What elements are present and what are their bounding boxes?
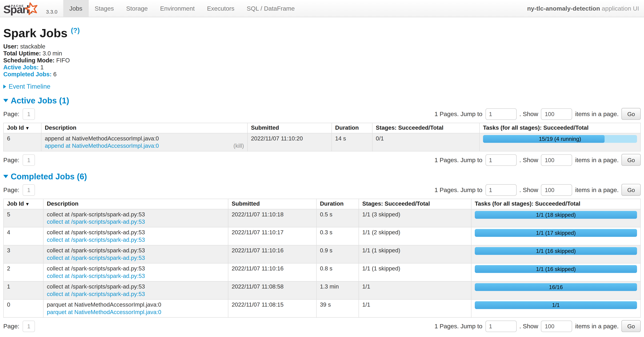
- tab-storage[interactable]: Storage: [120, 0, 154, 17]
- page-number-button[interactable]: 1: [22, 321, 35, 332]
- jump-to-input[interactable]: [485, 154, 516, 166]
- jump-to-input[interactable]: [485, 184, 516, 196]
- spark-logo[interactable]: APACHE Spark: [0, 0, 45, 17]
- show-text: . Show: [519, 187, 538, 193]
- col-submitted[interactable]: Submitted: [248, 123, 332, 133]
- completed-job-row: 0parquet at NativeMethodAccessorImpl.jav…: [4, 299, 640, 317]
- tab-jobs[interactable]: Jobs: [63, 0, 88, 17]
- page-title-text: Spark Jobs: [3, 26, 68, 40]
- task-progress-label: 1/1 (18 skipped): [475, 211, 637, 219]
- col-description[interactable]: Description: [41, 123, 248, 133]
- tab-stages[interactable]: Stages: [88, 0, 120, 17]
- col-job-id[interactable]: Job Id▼: [4, 199, 43, 209]
- col-duration[interactable]: Duration: [332, 123, 372, 133]
- jump-to-input[interactable]: [485, 108, 516, 120]
- description-cell: collect at /spark-scripts/spark-ad.py:53…: [43, 281, 228, 299]
- tab-executors[interactable]: Executors: [201, 0, 240, 17]
- show-items-input[interactable]: [541, 108, 572, 120]
- job-detail-link[interactable]: parquet at NativeMethodAccessorImpl.java…: [47, 308, 161, 316]
- description-cell: parquet at NativeMethodAccessorImpl.java…: [43, 299, 228, 317]
- navbar: APACHE Spark 3.3.0 Jobs Stages Storage E…: [0, 0, 644, 17]
- collapse-closed-icon: [3, 84, 6, 89]
- kill-link[interactable]: (kill): [234, 142, 244, 150]
- help-link[interactable]: (?): [71, 27, 80, 34]
- job-detail-link[interactable]: collect at /spark-scripts/spark-ad.py:53: [47, 290, 145, 298]
- completed-jobs-link[interactable]: Completed Jobs:: [3, 71, 52, 77]
- active-jobs-link[interactable]: Active Jobs:: [3, 64, 39, 70]
- col-duration[interactable]: Duration: [316, 199, 359, 209]
- completed-jobs-section-header[interactable]: Completed Jobs (6): [3, 172, 641, 181]
- completed-job-row: 2collect at /spark-scripts/spark-ad.py:5…: [4, 263, 640, 281]
- nav-tabs: Jobs Stages Storage Environment Executor…: [63, 0, 301, 17]
- pages-text: 1 Pages. Jump to: [434, 323, 482, 330]
- go-button[interactable]: Go: [622, 154, 641, 166]
- app-name: ny-tlc-anomaly-detection: [527, 5, 600, 12]
- active-jobs-section-header[interactable]: Active Jobs (1): [3, 96, 641, 105]
- stages-cell: 1/1 (3 skipped): [359, 209, 471, 227]
- duration-cell: 14 s: [332, 133, 372, 151]
- summary-list: User: stackable Total Uptime: 3.0 min Sc…: [3, 43, 641, 78]
- submitted-cell: 2022/11/07 11:10:18: [228, 209, 316, 227]
- duration-cell: 0.9 s: [316, 245, 359, 263]
- stages-cell: 1/1 (1 skipped): [359, 263, 471, 281]
- event-timeline-toggle[interactable]: Event Timeline: [3, 83, 641, 90]
- job-id-cell: 0: [4, 299, 43, 317]
- show-items-input[interactable]: [541, 154, 572, 166]
- job-detail-link[interactable]: append at NativeMethodAccessorImpl.java:…: [45, 142, 159, 150]
- tab-environment[interactable]: Environment: [154, 0, 201, 17]
- job-call-site: collect at /spark-scripts/spark-ad.py:53: [47, 229, 225, 236]
- show-items-input[interactable]: [541, 321, 572, 332]
- job-id-cell: 1: [4, 281, 43, 299]
- page-number-button[interactable]: 1: [22, 154, 35, 166]
- page-number-button[interactable]: 1: [22, 108, 35, 120]
- job-detail-link[interactable]: collect at /spark-scripts/spark-ad.py:53: [47, 218, 145, 226]
- stages-cell: 1/1: [359, 299, 471, 317]
- summary-user: User: stackable: [3, 43, 641, 50]
- pages-text: 1 Pages. Jump to: [434, 187, 482, 193]
- col-stages[interactable]: Stages: Succeeded/Total: [359, 199, 471, 209]
- page-label: Page:: [3, 187, 20, 193]
- job-detail-link[interactable]: collect at /spark-scripts/spark-ad.py:53: [47, 254, 145, 262]
- task-progress-bar: 1/1 (16 skipped): [475, 247, 637, 255]
- active-jobs-title: Active Jobs (1): [10, 96, 69, 105]
- submitted-cell: 2022/11/07 11:10:16: [228, 263, 316, 281]
- completed-job-row: 1collect at /spark-scripts/spark-ad.py:5…: [4, 281, 640, 299]
- job-call-site: collect at /spark-scripts/spark-ad.py:53: [47, 247, 225, 254]
- task-progress-label: 1/1 (17 skipped): [475, 229, 637, 237]
- col-description[interactable]: Description: [43, 199, 228, 209]
- job-detail-link[interactable]: collect at /spark-scripts/spark-ad.py:53: [47, 272, 145, 280]
- tasks-cell: 16/16: [471, 281, 640, 299]
- page-number-button[interactable]: 1: [22, 184, 35, 196]
- show-items-input[interactable]: [541, 184, 572, 196]
- task-progress-bar: 15/19 (4 running): [483, 135, 637, 143]
- task-progress-label: 15/19 (4 running): [483, 135, 637, 143]
- description-cell: collect at /spark-scripts/spark-ad.py:53…: [43, 227, 228, 245]
- description-cell: collect at /spark-scripts/spark-ad.py:53…: [43, 209, 228, 227]
- go-button[interactable]: Go: [622, 184, 641, 196]
- submitted-cell: 2022/11/07 11:10:20: [248, 133, 332, 151]
- completed-jobs-table: Job Id▼ Description Submitted Duration S…: [3, 199, 641, 318]
- col-tasks[interactable]: Tasks (for all stages): Succeeded/Total: [471, 199, 640, 209]
- task-progress-label: 16/16: [475, 283, 637, 291]
- description-cell: collect at /spark-scripts/spark-ad.py:53…: [43, 263, 228, 281]
- page-label: Page:: [3, 156, 20, 163]
- pagination-bar-active-top: Page: 1 1 Pages. Jump to . Show items in…: [3, 108, 641, 120]
- stages-cell: 1/1 (1 skipped): [359, 245, 471, 263]
- col-submitted[interactable]: Submitted: [228, 199, 316, 209]
- job-detail-link[interactable]: collect at /spark-scripts/spark-ad.py:53: [47, 236, 145, 244]
- table-header-row: Job Id▼ Description Submitted Duration S…: [4, 199, 640, 209]
- jump-to-input[interactable]: [485, 321, 516, 332]
- submitted-cell: 2022/11/07 11:10:16: [228, 245, 316, 263]
- job-id-cell: 4: [4, 227, 43, 245]
- show-text: . Show: [519, 323, 538, 330]
- tab-sql-dataframe[interactable]: SQL / DataFrame: [240, 0, 301, 17]
- pages-text: 1 Pages. Jump to: [434, 156, 482, 163]
- go-button[interactable]: Go: [622, 320, 641, 332]
- logo-apache-text: APACHE: [8, 4, 24, 7]
- pagination-bar-completed-bottom: Page: 1 1 Pages. Jump to . Show items in…: [3, 320, 641, 332]
- pagination-controls: 1 Pages. Jump to . Show items in a page.…: [434, 184, 641, 196]
- col-tasks[interactable]: Tasks (for all stages): Succeeded/Total: [480, 123, 640, 133]
- go-button[interactable]: Go: [622, 108, 641, 120]
- col-stages[interactable]: Stages: Succeeded/Total: [372, 123, 480, 133]
- col-job-id[interactable]: Job Id▼: [4, 123, 41, 133]
